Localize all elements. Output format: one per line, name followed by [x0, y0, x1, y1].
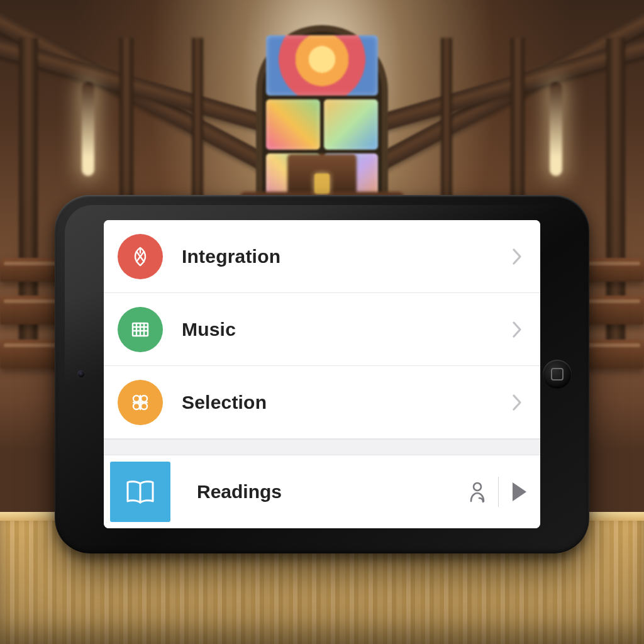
tablet-home-button[interactable] — [543, 360, 572, 389]
chevron-right-icon — [511, 320, 523, 339]
tablet-screen: Integration Music — [104, 220, 540, 528]
emblem-icon — [118, 234, 163, 279]
church-background: Integration Music — [0, 0, 644, 644]
svg-point-3 — [133, 403, 140, 409]
book-icon — [110, 462, 170, 522]
chevron-right-icon — [511, 247, 523, 266]
tablet-device: Integration Music — [55, 195, 589, 553]
menu-item-label: Integration — [182, 246, 492, 267]
tiles-icon — [118, 380, 163, 425]
readings-actions — [468, 477, 540, 507]
chevron-right-icon — [511, 393, 523, 412]
church-pew — [0, 258, 63, 282]
menu-item-label: Selection — [182, 392, 492, 413]
menu-item-selection[interactable]: Selection — [104, 366, 540, 439]
altar-ornament — [314, 174, 330, 194]
score-icon — [118, 307, 163, 352]
section-separator — [104, 439, 540, 455]
menu-item-integration[interactable]: Integration — [104, 220, 540, 293]
play-icon[interactable] — [510, 481, 528, 502]
main-menu-list: Integration Music — [104, 220, 540, 439]
person-icon[interactable] — [468, 480, 487, 504]
menu-item-label: Readings — [197, 481, 468, 502]
menu-item-readings[interactable]: Readings — [104, 455, 540, 528]
vertical-divider — [498, 477, 499, 507]
tablet-front-camera — [77, 370, 85, 378]
svg-point-5 — [474, 483, 481, 491]
pendant-light — [550, 82, 562, 176]
menu-item-music[interactable]: Music — [104, 293, 540, 366]
church-pew — [581, 258, 644, 282]
menu-item-label: Music — [182, 319, 492, 340]
svg-point-1 — [133, 396, 140, 402]
svg-point-2 — [141, 396, 147, 402]
svg-point-4 — [141, 403, 147, 409]
pendant-light — [82, 82, 94, 176]
